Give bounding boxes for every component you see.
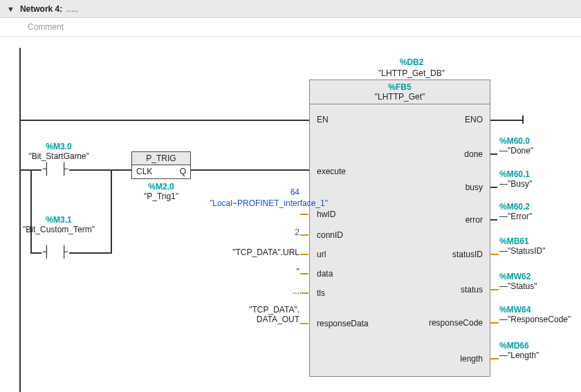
wire-eno	[490, 120, 522, 121]
port-status: status	[461, 285, 483, 295]
port-statusid: statusID	[452, 250, 483, 259]
tick	[300, 254, 308, 255]
tick	[490, 254, 499, 255]
comment-field[interactable]: Comment	[0, 18, 581, 37]
wire	[30, 252, 42, 254]
port-length: length	[460, 354, 483, 364]
port-tls: tls	[317, 288, 325, 298]
db-symbol: "LHTTP_Get_DB"	[332, 68, 491, 78]
port-execute: execute	[317, 167, 346, 176]
tick	[490, 289, 499, 290]
wire	[69, 252, 111, 254]
tick	[490, 358, 499, 360]
url-sym: "TCP_DATA".URL	[203, 248, 299, 257]
wire	[21, 120, 309, 121]
fb-header: %FB5 "LHTTP_Get"	[310, 80, 490, 104]
respdata-sym2: DATA_OUT	[203, 315, 299, 324]
fb-address: %FB5	[310, 82, 490, 92]
wire	[111, 169, 112, 254]
wire	[30, 169, 32, 252]
port-responsedata: responseData	[317, 319, 369, 328]
tick	[300, 273, 308, 274]
out-status: %MW62 —"Status"	[499, 272, 537, 291]
hwid-sym: "Local~PROFINET_interface_1"	[210, 198, 299, 208]
port-responsecode: responseCode	[429, 318, 483, 328]
tick	[490, 322, 499, 324]
wire	[69, 169, 111, 171]
out-done: %M60.0 —"Done"	[499, 136, 533, 156]
port-error: error	[465, 215, 483, 225]
connid-value: 2	[216, 227, 299, 237]
contact2[interactable]: ┤├	[42, 247, 69, 259]
contact2-label: %M3.1 "Bit_Custom_Term"	[17, 215, 100, 234]
network-subtitle: .....	[66, 4, 78, 14]
wire	[490, 153, 497, 155]
network-header: ▼ Network 4: .....	[0, 0, 581, 18]
tick	[300, 323, 308, 324]
hwid-value: 64	[216, 187, 299, 197]
network-title: Network 4:	[20, 4, 62, 14]
ptrig-q: Q	[180, 167, 186, 176]
wire	[490, 187, 497, 188]
out-length: %MD66 —"Length"	[499, 341, 539, 360]
wire	[111, 169, 131, 171]
wire	[490, 219, 497, 221]
contact1-label: %M3.0 "Bit_StartGame"	[17, 142, 100, 161]
tick	[300, 292, 308, 294]
contact1[interactable]: ┤├	[42, 164, 69, 176]
out-busy: %M60.1 —"Busy"	[499, 169, 532, 189]
port-en: EN	[317, 115, 329, 124]
ptrig-block[interactable]: P_TRIG CLK Q	[131, 151, 191, 179]
fb-block[interactable]: %FB5 "LHTTP_Get" EN execute hwID connID …	[309, 80, 490, 377]
tick	[300, 234, 308, 236]
db-address: %DB2	[332, 57, 491, 67]
out-statusid: %MB61 —"StatusID"	[499, 236, 546, 256]
out-error: %M60.2 —"Error"	[499, 202, 532, 221]
port-connid: connID	[317, 230, 343, 240]
port-hwid: hwID	[317, 209, 335, 219]
out-responsecode: %MW64 —"ResponseCode"	[499, 305, 571, 324]
port-data: data	[317, 269, 333, 279]
port-url: url	[317, 250, 326, 259]
ptrig-title: P_TRIG	[132, 152, 190, 165]
fb-symbol: "LHTTP_Get"	[310, 92, 490, 102]
ptrig-instance: %M2.0 "P_Trig1"	[131, 182, 191, 201]
tick	[300, 214, 308, 215]
data-value: ''	[216, 267, 299, 277]
port-done: done	[464, 149, 483, 159]
collapse-arrow-icon[interactable]: ▼	[7, 5, 15, 13]
ptrig-clk: CLK	[136, 167, 152, 176]
tls-value: ...	[216, 286, 299, 296]
port-busy: busy	[465, 183, 483, 192]
port-eno: ENO	[465, 115, 483, 124]
ladder-canvas: %DB2 "LHTTP_Get_DB" %FB5 "LHTTP_Get" EN …	[0, 37, 581, 392]
wire	[191, 169, 309, 171]
respdata-sym1: "TCP_DATA".	[203, 305, 299, 315]
terminator-icon	[522, 115, 524, 124]
